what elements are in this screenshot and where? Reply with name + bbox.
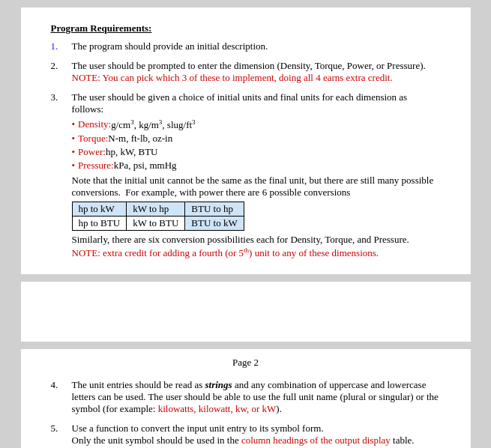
page-1: Program Requirements: 1. The program sho… [21, 7, 471, 274]
item-4-num: 4. [51, 379, 72, 415]
item-3-note-black: Note that the initial unit cannot be the… [72, 175, 434, 198]
item-5-line2-before: Only the unit symbol should be used in t… [72, 435, 241, 446]
item-5-line2-red: column headings of the output display [241, 435, 391, 446]
item-3-note-red: NOTE: extra credit for adding a fourth (… [72, 247, 379, 258]
item-5: 5. Use a function to convert the input u… [51, 423, 441, 447]
item-1-num: 1. [51, 40, 72, 52]
item-2-num: 2. [51, 60, 72, 84]
bullet-density-label: Density: [78, 118, 111, 130]
conversion-table: hp to kW kW to hp BTU to hp hp to BTU kW… [72, 202, 244, 231]
page-number: Page 2 [51, 357, 441, 369]
bullet-torque-value: N-m, ft-lb, oz-in [108, 133, 172, 145]
item-1-content: The program should provide an initial de… [72, 40, 441, 52]
item-2-note: NOTE: You can pick which 3 of these to i… [72, 72, 393, 83]
cell-btu-kw: BTU to kW [185, 217, 244, 231]
bullet-density: • Density: g/cm3, kg/m3, slug/ft3 [72, 118, 441, 131]
cell-kw-btu: kW to BTU [127, 217, 185, 231]
cell-hp-btu: hp to BTU [72, 217, 127, 231]
item-4-content: The unit entries should be read as strin… [72, 379, 441, 415]
item-2: 2. The user should be prompted to enter … [51, 60, 441, 84]
item-5-line2-after: table. [391, 435, 415, 446]
bullet-pressure: • Pressure: kPa, psi, mmHg [72, 160, 441, 172]
bullet-torque: • Torque: N-m, ft-lb, oz-in [72, 133, 441, 145]
item-4-text-before: The unit entries should be read as [72, 379, 205, 390]
cell-btu-hp: BTU to hp [185, 202, 244, 217]
bullet-power: • Power: hp, kW, BTU [72, 146, 441, 158]
page-2: Page 2 4. The unit entries should be rea… [21, 349, 471, 448]
item-4-examples: kilowatts, kilowatt, kw, or kW [158, 403, 277, 414]
item-5-content: Use a function to convert the input unit… [72, 423, 441, 447]
item-2-text: The user should be prompted to enter the… [72, 60, 426, 71]
item-3-num: 3. [51, 91, 72, 259]
table-row-1: hp to kW kW to hp BTU to hp [72, 202, 244, 217]
bullet-power-value: hp, kW, BTU [106, 146, 158, 158]
item-4-text-end: ). [276, 403, 282, 414]
item-3-after-table: Similarly, there are six conversion poss… [72, 234, 409, 245]
cell-hp-kw: hp to kW [72, 202, 127, 217]
table-row-2: hp to BTU kW to BTU BTU to kW [72, 217, 244, 231]
bullet-power-label: Power: [78, 146, 106, 158]
page-gap [21, 282, 471, 342]
item-3-content: The user should be given a choice of ini… [72, 91, 441, 259]
item-4-strings: strings [205, 379, 232, 390]
bullet-pressure-label: Pressure: [78, 160, 114, 172]
bullet-torque-label: Torque: [78, 133, 108, 145]
item-4: 4. The unit entries should be read as st… [51, 379, 441, 415]
bullet-pressure-value: kPa, psi, mmHg [114, 160, 177, 172]
item-3-text: The user should be given a choice of ini… [72, 91, 408, 115]
item-5-line1: Use a function to convert the input unit… [72, 423, 324, 434]
item-1: 1. The program should provide an initial… [51, 40, 441, 52]
item-3: 3. The user should be given a choice of … [51, 91, 441, 259]
bullet-density-value: g/cm3, kg/m3, slug/ft3 [111, 118, 195, 131]
bullet-list: • Density: g/cm3, kg/m3, slug/ft3 • Torq… [72, 118, 441, 172]
page-container: Program Requirements: 1. The program sho… [0, 0, 491, 448]
cell-kw-hp: kW to hp [127, 202, 185, 217]
item-5-num: 5. [51, 423, 72, 447]
section-title: Program Requirements: [51, 22, 441, 34]
item-2-content: The user should be prompted to enter the… [72, 60, 441, 84]
